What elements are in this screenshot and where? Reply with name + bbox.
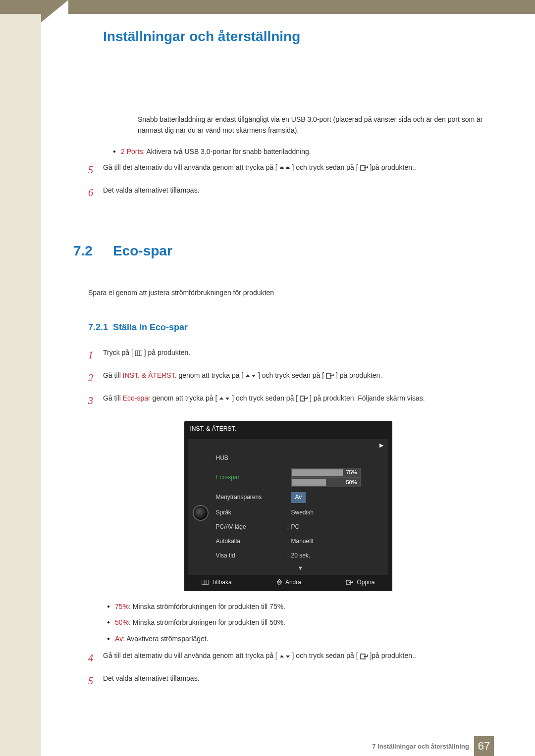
section-title: Eco-spar bbox=[113, 240, 172, 262]
up-down-icon bbox=[219, 396, 230, 402]
up-down-icon bbox=[245, 373, 256, 379]
footer-page-number: 67 bbox=[474, 736, 494, 756]
osd-item-eco[interactable]: Eco-spar : 75% 50% bbox=[213, 465, 388, 490]
osd-item-autokalla[interactable]: Autokälla : Manuellt bbox=[213, 534, 388, 549]
bullet-av: ● Av: Avaktivera strömsparläget. bbox=[107, 633, 488, 644]
up-down-icon bbox=[279, 165, 290, 171]
step-number: 1 bbox=[88, 347, 103, 363]
bullet-75: ● 75%: Minska strömförbrukningen för pro… bbox=[107, 601, 488, 612]
left-margin bbox=[0, 14, 41, 756]
osd-item-menytransparens[interactable]: Menytransparens : Av bbox=[213, 490, 388, 505]
osd-panel: INST. & ÅTERST. ▶ HUB Eco-spar : bbox=[184, 421, 392, 591]
bullet-50: ● 50%: Minska strömförbrukningen för pro… bbox=[107, 617, 488, 628]
menu-icon bbox=[135, 351, 142, 356]
osd-item-pcav[interactable]: PC/AV-läge : PC bbox=[213, 520, 388, 534]
enter-icon bbox=[360, 165, 368, 171]
menu-icon bbox=[202, 580, 209, 585]
bullet-dot-icon: ● bbox=[113, 146, 116, 157]
bullet-2ports: ● 2 Ports: Aktivera två USB 3.0-portar f… bbox=[113, 146, 488, 157]
step-4: 4 Gå till det alternativ du vill använda… bbox=[88, 650, 488, 666]
step-number: 4 bbox=[88, 650, 103, 666]
step-1: 1 Tryck på [ ] på produkten. bbox=[88, 347, 488, 363]
osd-foot-open[interactable]: Öppna bbox=[346, 578, 374, 587]
osd-title: INST. & ÅTERST. bbox=[184, 421, 392, 437]
osd-right-arrow-icon: ▶ bbox=[188, 439, 388, 451]
osd-foot-back[interactable]: Tillbaka bbox=[202, 578, 232, 587]
footer-label: 7 Inställningar och återställning bbox=[372, 743, 469, 750]
bullet-dot-icon: ● bbox=[107, 633, 110, 644]
step-3: 3 Gå till Eco-spar genom att trycka på [… bbox=[88, 393, 488, 408]
enter-icon bbox=[360, 654, 368, 659]
top-bar bbox=[0, 0, 535, 14]
step-2: 2 Gå till INST. & ÅTERST. genom att tryc… bbox=[88, 370, 488, 386]
footer: 7 Inställningar och återställning 67 bbox=[0, 736, 535, 756]
step-5: 5 Gå till det alternativ du vill använda… bbox=[88, 162, 488, 178]
step-number: 2 bbox=[88, 370, 103, 386]
step-5b: 5 Det valda alternativet tillämpas. bbox=[88, 673, 488, 689]
step-number: 3 bbox=[88, 393, 103, 408]
section-intro: Spara el genom att justera strömförbrukn… bbox=[88, 287, 488, 298]
step-6: 6 Det valda alternativet tillämpas. bbox=[88, 185, 488, 201]
svg-rect-1 bbox=[135, 351, 142, 356]
osd-item-hub[interactable]: HUB bbox=[213, 451, 388, 465]
section-number: 7.2 bbox=[73, 240, 113, 262]
osd-down-arrow-icon: ▼ bbox=[213, 563, 388, 575]
bullet-dot-icon: ● bbox=[107, 617, 110, 628]
bullet-dot-icon: ● bbox=[107, 601, 110, 612]
up-down-icon bbox=[279, 654, 290, 659]
chapter-tab bbox=[41, 0, 68, 22]
step-number: 6 bbox=[88, 185, 103, 201]
svg-rect-6 bbox=[202, 580, 209, 585]
section-heading: 7.2 Eco-spar bbox=[73, 240, 488, 262]
page-title: Inställningar och återställning bbox=[103, 29, 488, 45]
note-text: Snabb batteriladdning är endast tillgäng… bbox=[138, 114, 488, 136]
subsection-heading: 7.2.1 Ställa in Eco-spar bbox=[88, 320, 488, 335]
osd-foot-change[interactable]: Ändra bbox=[276, 578, 301, 587]
step-number: 5 bbox=[88, 162, 103, 178]
osd-knob-icon bbox=[188, 451, 213, 575]
osd-item-sprak[interactable]: Språk : Swedish bbox=[213, 505, 388, 520]
bullet-text: : Aktivera två USB 3.0-portar för snabb … bbox=[143, 148, 311, 155]
osd-item-visatid[interactable]: Visa tid : 20 sek. bbox=[213, 549, 388, 563]
updown-icon bbox=[276, 579, 282, 585]
step-number: 5 bbox=[88, 673, 103, 689]
enter-icon bbox=[346, 580, 354, 585]
bullet-label: 2 Ports bbox=[121, 148, 143, 155]
enter-icon bbox=[300, 396, 308, 402]
enter-icon bbox=[326, 373, 334, 379]
